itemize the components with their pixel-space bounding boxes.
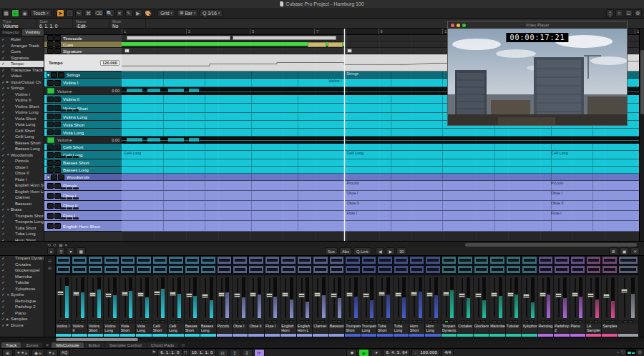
folder-open-icon[interactable]: ▾ [47, 174, 49, 179]
punch-points-button[interactable]: ⊡ [218, 349, 228, 356]
transport-setup-icon[interactable]: ⚙ [638, 350, 642, 355]
channel-fader-area[interactable] [570, 275, 585, 320]
range-select-tool[interactable]: ⬚ [66, 9, 74, 17]
mute-button[interactable] [47, 160, 54, 166]
track-lane-flute-i[interactable]: Flute IFlute I [122, 211, 639, 221]
channel-name[interactable]: Celli Short [152, 324, 167, 334]
channel-fader-area[interactable] [586, 275, 601, 320]
track-header-violins-short[interactable]: Violins Short [44, 104, 122, 113]
mute-button[interactable] [47, 223, 54, 229]
track-header-basses-short[interactable]: Basses Short [44, 159, 122, 167]
check-icon[interactable]: ✓ [0, 292, 6, 297]
locators-icon[interactable]: ⊓ [184, 350, 187, 355]
visibility-item-clarinet[interactable]: ✓Clarinet [0, 194, 44, 201]
fader-cap[interactable] [234, 293, 240, 297]
mixer-channel-samples[interactable]: Samples [602, 256, 618, 337]
fader-cap[interactable] [105, 293, 112, 297]
track-controls[interactable] [60, 217, 79, 220]
channel-name[interactable]: Tubular [506, 324, 521, 334]
mute-button[interactable] [47, 213, 54, 219]
visibility-item-english-horn-sh[interactable]: ✓English Horn Sh [0, 182, 44, 189]
fader-cap[interactable] [170, 292, 176, 296]
track-header-oboe-i[interactable]: Oboe I [44, 191, 122, 201]
visibility-item-glockenspiel[interactable]: ✓Glockenspiel [0, 267, 44, 274]
visibility-item-tubular[interactable]: ✓Tubular [0, 280, 44, 286]
mute-button[interactable] [47, 80, 54, 86]
mixer-channel-tuba-short[interactable]: Tuba Short [377, 256, 393, 337]
channel-fader-area[interactable] [377, 275, 392, 320]
channel-racks[interactable] [56, 256, 71, 275]
check-icon[interactable]: ✓ [0, 56, 6, 60]
mixer-channel-tuba-long[interactable]: Tuba Long [394, 256, 409, 337]
track-header-viola-long[interactable]: Viola Long [44, 129, 122, 137]
mixer-channel-english-horn-l[interactable]: English Horn L [297, 256, 313, 337]
check-icon[interactable]: ✓ [0, 214, 6, 218]
fader-cap[interactable] [587, 293, 594, 297]
punch-in-icon[interactable]: ⚑ [152, 350, 156, 355]
track-header-viola-short[interactable]: Viola Short [44, 121, 122, 129]
channel-racks[interactable] [297, 256, 312, 275]
check-icon[interactable]: ✓ [0, 189, 6, 194]
channel-racks[interactable] [394, 256, 409, 275]
fader-cap[interactable] [491, 292, 497, 297]
sidebar-tab-visibility[interactable]: Visibility [22, 29, 44, 36]
zoom-tool[interactable]: 🔍 [105, 9, 114, 17]
check-icon[interactable]: ✓ [0, 202, 6, 206]
check-icon[interactable]: ✓ [0, 323, 6, 327]
automation-value[interactable]: 0.00 [112, 89, 119, 93]
channel-name[interactable]: Timpani Dynamic [441, 324, 457, 334]
track-lane-oboe-i[interactable]: Oboe IOboe I [122, 191, 639, 201]
visibility-item-tuba-long[interactable]: ✓Tuba Long [0, 231, 44, 237]
bank-left-button[interactable]: ◀ [376, 247, 384, 255]
automation-event[interactable] [127, 89, 142, 92]
check-icon[interactable]: ✓ [0, 86, 6, 90]
fader-cap[interactable] [379, 292, 385, 296]
channel-fader-area[interactable] [425, 275, 440, 320]
channel-name[interactable]: Viola Long [136, 324, 151, 334]
channel-racks[interactable] [538, 256, 553, 275]
fader-cap[interactable] [426, 292, 433, 297]
channel-racks[interactable] [441, 256, 457, 275]
channel-fader-area[interactable] [280, 275, 296, 320]
automation-mode-dropdown[interactable]: Touch ▾ [30, 9, 52, 17]
check-icon[interactable]: ✓ [0, 61, 6, 66]
check-icon[interactable]: ✓ [0, 159, 6, 163]
fader-cap[interactable] [298, 293, 305, 297]
solo-button[interactable] [54, 129, 61, 135]
channel-name[interactable]: Glockens. [474, 324, 489, 334]
channel-name[interactable]: Flute I [265, 324, 280, 334]
visibility-item-ruler[interactable]: ✓Ruler [0, 36, 44, 43]
channel-fader-area[interactable] [618, 275, 638, 320]
tempo-value[interactable]: 120.000 [100, 60, 119, 66]
mixer-channel-padshop-2[interactable]: Padshop 2 [554, 256, 570, 337]
channel-name[interactable]: Xylophon. [522, 324, 537, 334]
channel-racks[interactable] [489, 256, 504, 275]
visibility-item-input-output-ch[interactable]: ✓▶Input/Output Ch [0, 79, 44, 86]
find-channel-icon[interactable]: ⚲ [57, 247, 65, 255]
solo-button[interactable] [54, 114, 61, 119]
mixer-channel-xylophon-[interactable]: Xylophon. [522, 256, 537, 337]
workspace-icon[interactable]: ⊞ [2, 349, 13, 356]
track-header-volume[interactable]: Volume0.00 [44, 87, 122, 95]
channel-name[interactable]: Bassoon [329, 324, 344, 334]
channel-name[interactable]: Trumpets Long [361, 324, 376, 334]
visibility-item-piccolo[interactable]: ✓Piccolo [0, 158, 44, 164]
mixer-channel-violins-long[interactable]: Violins Long [104, 256, 119, 337]
folder-open-icon[interactable]: ▾ [47, 72, 49, 77]
channel-name[interactable]: Celli Long [168, 324, 183, 334]
mixer-channel-clarinet[interactable]: Clarinet [313, 256, 328, 337]
mixer-channel-piccolo[interactable]: Piccolo [217, 256, 233, 337]
mute-button[interactable] [47, 152, 54, 158]
visibility-item-violins-i[interactable]: ✓Violins I [0, 92, 44, 98]
mute-button[interactable] [47, 122, 54, 127]
check-icon[interactable]: ✓ [0, 147, 6, 151]
channel-fader-area[interactable] [233, 275, 248, 320]
check-icon[interactable]: ✓ [0, 287, 6, 291]
visibility-item-basses-short[interactable]: ✓Basses Short [0, 140, 44, 147]
visibility-item-english-horn-lo[interactable]: ✓English Horn Lo [0, 189, 44, 195]
track-lane-viola-long[interactable] [122, 129, 639, 137]
fader-cap[interactable] [154, 291, 160, 295]
lower-zone-tab-sampler-control[interactable]: Sampler Control [105, 342, 146, 348]
channel-fader-area[interactable] [185, 275, 200, 320]
channel-fader-area[interactable] [602, 275, 617, 320]
